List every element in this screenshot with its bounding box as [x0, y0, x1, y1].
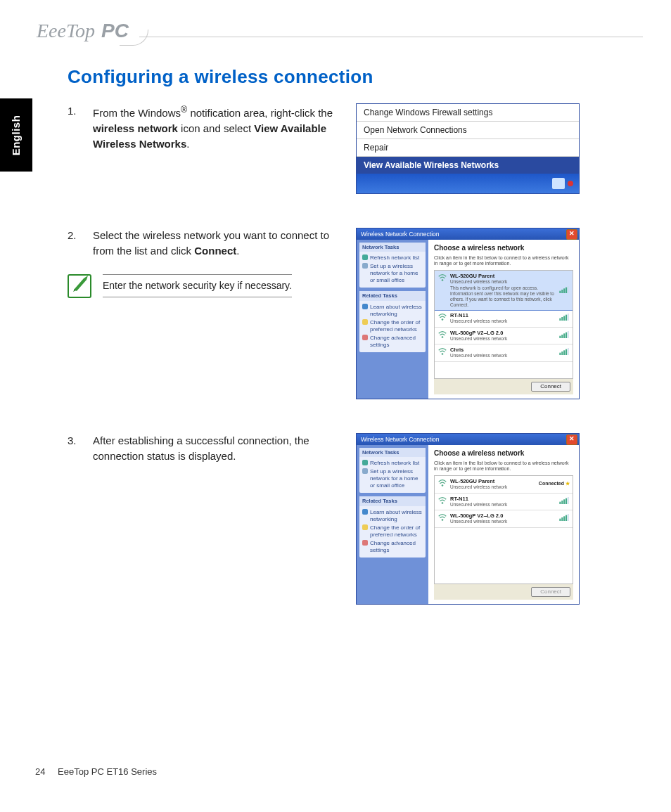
step-body: After establishing a successful connecti… — [93, 433, 335, 464]
close-icon[interactable]: ✕ — [566, 434, 577, 445]
svg-rect-29 — [565, 498, 567, 503]
svg-rect-32 — [559, 519, 561, 521]
svg-rect-2 — [561, 290, 563, 293]
menu-item-selected[interactable]: View Available Wireless Networks — [357, 157, 579, 174]
content-area: Configuring a wireless connection 1. Fro… — [68, 66, 637, 638]
header-rule — [139, 37, 643, 37]
note-icon — [68, 274, 91, 298]
close-icon[interactable]: ✕ — [566, 229, 577, 240]
tip-box: Enter the network security key if necess… — [68, 274, 335, 298]
wireless-tray-icon[interactable] — [552, 178, 565, 189]
svg-rect-7 — [559, 318, 561, 321]
svg-point-24 — [442, 484, 444, 486]
svg-rect-33 — [561, 517, 563, 521]
svg-rect-15 — [563, 333, 565, 338]
page-title: Configuring a wireless connection — [68, 66, 637, 88]
svg-rect-9 — [563, 316, 565, 321]
network-item[interactable]: RT-N11Unsecured wireless network — [435, 310, 573, 328]
brand-logo: EeeTop PC — [37, 20, 129, 42]
svg-rect-35 — [565, 515, 567, 521]
network-item[interactable]: WL-500gP V2--LG 2.0Unsecured wireless ne… — [435, 328, 573, 345]
svg-rect-5 — [568, 286, 569, 293]
step-1-row: 1. From the Windows® notification area, … — [68, 103, 637, 194]
svg-rect-14 — [561, 335, 563, 338]
network-list: WL-520GU ParentUnsecured wireless networ… — [434, 270, 573, 379]
page-number: 24 — [35, 766, 45, 777]
menu-item[interactable]: Change Windows Firewall settings — [357, 104, 579, 122]
setup-link[interactable]: Set up a wireless network for a home or … — [362, 468, 423, 490]
network-item[interactable]: RT-N11Unsecured wireless network — [435, 494, 573, 511]
learn-link[interactable]: Learn about wireless networking — [362, 303, 423, 318]
panel-heading: Related Tasks — [359, 291, 426, 300]
svg-rect-26 — [559, 501, 561, 503]
svg-rect-28 — [563, 499, 565, 504]
svg-rect-23 — [568, 348, 569, 355]
order-link[interactable]: Change the order of preferred networks — [362, 524, 423, 539]
network-item[interactable]: ChrisUnsecured wireless network — [435, 344, 573, 362]
context-menu-figure: Change Windows Firewall settings Open Ne… — [356, 103, 580, 194]
svg-point-25 — [442, 502, 444, 504]
svg-rect-27 — [561, 501, 563, 504]
footer-title: EeeTop PC ET16 Series — [58, 766, 157, 777]
step-body: From the Windows® notification area, rig… — [93, 103, 335, 151]
window-title: Wireless Network Connection — [361, 231, 439, 238]
svg-point-18 — [442, 353, 444, 355]
setup-link[interactable]: Set up a wireless network for a home or … — [362, 262, 423, 285]
titlebar: Wireless Network Connection ✕ — [357, 228, 579, 240]
svg-rect-17 — [568, 331, 569, 338]
pane-subtext: Click an item in the list below to conne… — [434, 460, 573, 473]
connect-button[interactable]: Connect — [531, 587, 570, 597]
pane-heading: Choose a wireless network — [434, 449, 573, 458]
wireless-window-figure-1: Wireless Network Connection ✕ Network Ta… — [356, 228, 580, 399]
svg-rect-21 — [563, 351, 565, 356]
step-body: Select the wireless network you want to … — [93, 228, 335, 259]
refresh-link[interactable]: Refresh network list — [362, 254, 423, 262]
network-item[interactable]: WL-520GU ParentUnsecured wireless networ… — [434, 270, 573, 311]
advanced-link[interactable]: Change advanced settings — [362, 334, 423, 349]
svg-rect-13 — [559, 335, 561, 337]
svg-point-12 — [442, 336, 444, 338]
svg-rect-20 — [561, 352, 563, 355]
svg-rect-34 — [563, 517, 565, 522]
language-tab: English — [0, 98, 32, 172]
svg-rect-19 — [559, 353, 561, 355]
learn-link[interactable]: Learn about wireless networking — [362, 508, 423, 524]
sidebar: Network Tasks Refresh network list Set u… — [357, 445, 428, 604]
menu-item[interactable]: Repair — [357, 139, 579, 157]
page-footer: 24 EeeTop PC ET16 Series — [35, 766, 157, 777]
svg-rect-30 — [568, 497, 569, 504]
svg-rect-36 — [568, 514, 569, 521]
svg-rect-8 — [561, 317, 563, 321]
step-3-row: 3. After establishing a successful conne… — [68, 433, 637, 605]
window-title: Wireless Network Connection — [361, 436, 439, 444]
advanced-link[interactable]: Change advanced settings — [362, 539, 423, 555]
connect-button[interactable]: Connect — [531, 382, 570, 392]
svg-point-0 — [442, 279, 444, 281]
tray-error-icon — [568, 181, 573, 186]
wireless-window-figure-2: Wireless Network Connection ✕ Network Ta… — [356, 433, 580, 605]
step-3-text: 3. After establishing a successful conne… — [68, 433, 335, 464]
step-number: 1. — [68, 103, 80, 151]
main-pane: Choose a wireless network Click an item … — [428, 445, 579, 604]
menu-item[interactable]: Open Network Connections — [357, 122, 579, 139]
taskbar-tray — [357, 174, 579, 193]
refresh-link[interactable]: Refresh network list — [362, 459, 423, 468]
pane-subtext: Click an item in the list below to conne… — [434, 255, 573, 268]
network-item[interactable]: WL-500gP V2--LG 2.0Unsecured wireless ne… — [435, 510, 573, 528]
step-number: 3. — [68, 433, 80, 464]
step-1-text: 1. From the Windows® notification area, … — [68, 103, 335, 151]
svg-rect-22 — [565, 349, 567, 355]
svg-rect-11 — [568, 314, 569, 321]
network-list: WL-520GU ParentUnsecured wireless networ… — [434, 475, 573, 584]
svg-rect-10 — [565, 315, 567, 321]
svg-rect-16 — [565, 332, 567, 337]
order-link[interactable]: Change the order of preferred networks — [362, 318, 423, 334]
brand-text: EeeTop — [37, 20, 95, 41]
svg-rect-4 — [565, 287, 567, 292]
svg-point-6 — [442, 318, 444, 321]
network-item[interactable]: WL-520GU ParentUnsecured wireless networ… — [435, 476, 573, 494]
svg-rect-1 — [559, 290, 561, 292]
header-rule-curve — [120, 30, 148, 46]
titlebar: Wireless Network Connection ✕ — [357, 434, 579, 445]
panel-heading: Related Tasks — [359, 496, 426, 505]
